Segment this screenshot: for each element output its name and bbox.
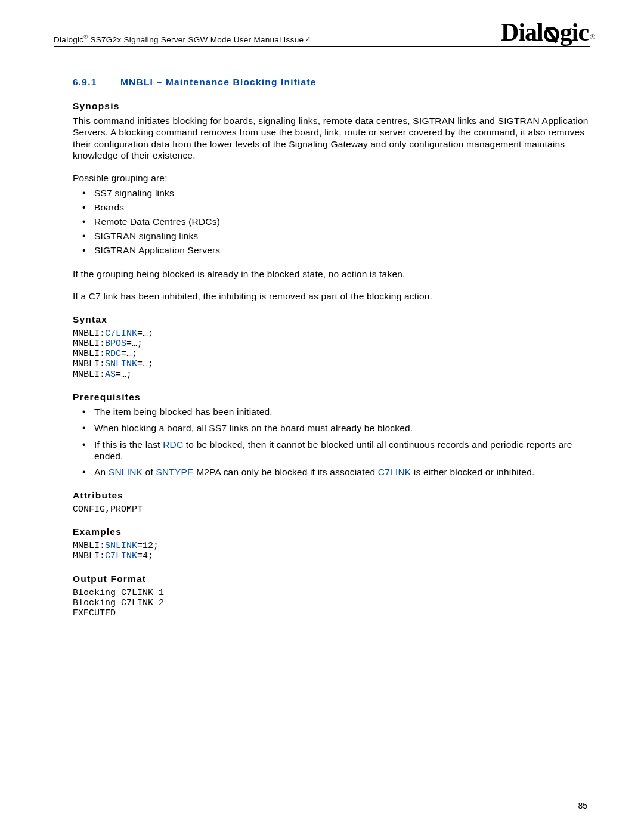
attributes-block: CONFIG,PROMPT	[73, 504, 590, 515]
syntax-block: MNBLI:C7LINK=…; MNBLI:BPOS=…; MNBLI:RDC=…	[73, 329, 590, 380]
synopsis-para-4: If a C7 link has been inhibited, the inh…	[73, 290, 590, 302]
attributes-heading: Attributes	[73, 490, 590, 501]
synopsis-para-3: If the grouping being blocked is already…	[73, 268, 590, 280]
output-format-block: Blocking C7LINK 1 Blocking C7LINK 2 EXEC…	[73, 588, 590, 619]
header-text: Dialogic® SS7G2x Signaling Server SGW Mo…	[54, 34, 311, 44]
prerequisites-heading: Prerequisites	[73, 392, 590, 402]
list-item: Boards	[94, 200, 590, 215]
list-item: SIGTRAN signaling links	[94, 229, 590, 243]
prerequisites-list: The item being blocked has been initiate…	[73, 406, 590, 478]
page-number: 85	[578, 801, 587, 810]
list-item: An SNLINK of SNTYPE M2PA can only be blo…	[94, 466, 590, 478]
list-item: When blocking a board, all SS7 links on …	[94, 422, 590, 433]
synopsis-para-1: This command initiates blocking for boar…	[73, 115, 590, 162]
examples-block: MNBLI:SNLINK=12; MNBLI:C7LINK=4;	[73, 541, 590, 562]
examples-heading: Examples	[73, 527, 590, 537]
output-format-heading: Output Format	[73, 574, 590, 584]
syntax-heading: Syntax	[73, 314, 590, 325]
list-item: The item being blocked has been initiate…	[94, 406, 590, 417]
list-item: If this is the last RDC to be blocked, t…	[94, 439, 590, 462]
brand-logo: Dialgic®	[501, 18, 593, 47]
synopsis-para-2: Possible grouping are:	[73, 172, 590, 184]
synopsis-heading: Synopsis	[73, 101, 590, 112]
list-item: SIGTRAN Application Servers	[94, 243, 590, 258]
list-item: Remote Data Centres (RDCs)	[94, 215, 590, 229]
grouping-list: SS7 signaling links Boards Remote Data C…	[73, 186, 590, 258]
list-item: SS7 signaling links	[94, 186, 590, 200]
section-heading: 6.9.1MNBLI – Maintenance Blocking Initia…	[73, 77, 590, 88]
